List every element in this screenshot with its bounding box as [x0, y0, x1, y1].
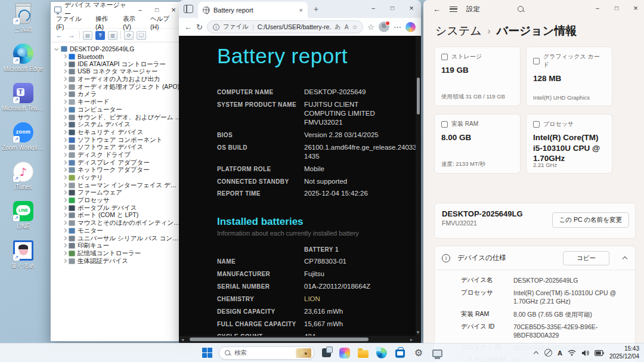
favorites-hub-icon[interactable]: ☆ — [367, 23, 374, 32]
chevron-right-icon[interactable] — [62, 54, 67, 59]
address-bar[interactable]: i ファイル | C:/Users/USER/battery-re... あ A… — [207, 20, 363, 33]
maximize-button[interactable] — [383, 0, 402, 16]
forward-icon[interactable]: → — [67, 31, 76, 40]
chevron-right-icon[interactable] — [62, 138, 67, 143]
maximize-button[interactable] — [607, 0, 626, 16]
back-icon[interactable]: ← — [54, 31, 64, 40]
scan-hardware-icon[interactable]: ⟳ — [124, 31, 134, 40]
new-tab-button[interactable]: + — [314, 4, 318, 14]
computer-scan-icon[interactable]: 🖵 — [137, 31, 146, 40]
chevron-right-icon[interactable] — [62, 160, 67, 165]
task-view-button[interactable] — [320, 346, 333, 360]
menu-item[interactable]: 表示(V) — [123, 15, 143, 30]
help-icon[interactable]: ? — [95, 31, 105, 40]
chevron-right-icon[interactable] — [62, 122, 67, 127]
device-spec-header[interactable]: i デバイスの仕様 コピー — [435, 246, 635, 270]
breadcrumb-parent[interactable]: システム — [435, 23, 482, 39]
tree-item[interactable]: 記憶域コントローラー — [53, 250, 182, 258]
tree-root[interactable]: DESKTOP-2025649LG — [53, 45, 182, 53]
tree-item[interactable]: ディスク ドライブ — [53, 151, 182, 159]
rename-pc-button[interactable]: この PC の名前を変更 — [552, 212, 629, 228]
edge-icon[interactable] — [375, 346, 388, 360]
chevron-right-icon[interactable] — [62, 198, 67, 203]
more-menu-icon[interactable]: ⋯ — [394, 23, 401, 32]
chevron-right-icon[interactable] — [62, 175, 67, 180]
chevron-right-icon[interactable] — [62, 259, 67, 264]
read-aloud-icon[interactable]: A — [345, 24, 349, 30]
chevron-right-icon[interactable] — [62, 236, 67, 241]
tree-item[interactable]: ポータブル デバイス — [53, 204, 182, 212]
device-manager-taskbar-icon[interactable] — [431, 346, 444, 360]
list-view-icon[interactable]: ▤ — [83, 31, 92, 40]
desktop-icon[interactable]: ↗ LINE — [1, 200, 45, 240]
properties-icon[interactable]: ▥ — [108, 31, 117, 40]
tree-item[interactable]: カメラ — [53, 91, 182, 98]
chevron-right-icon[interactable] — [62, 206, 67, 211]
vertical-scrollbar-thumb[interactable] — [417, 78, 420, 115]
tree-item[interactable]: ソフトウェア コンポーネント — [53, 136, 182, 144]
translate-icon[interactable]: あ — [335, 23, 340, 31]
scroll-left-arrow[interactable]: ◂ — [181, 337, 184, 342]
search-icon[interactable] — [518, 6, 524, 13]
tree-item[interactable]: サウンド、ビデオ、およびゲーム コントローラー — [53, 113, 182, 121]
tree-item[interactable]: バッテリ — [53, 174, 182, 182]
taskbar-search[interactable]: 検索 — [219, 346, 314, 360]
chevron-right-icon[interactable] — [62, 130, 67, 135]
back-icon[interactable]: ← — [433, 5, 441, 14]
copilot-icon[interactable] — [405, 22, 416, 32]
tree-item[interactable]: システム デバイス — [53, 121, 182, 129]
tree-item[interactable]: モニター — [53, 227, 182, 235]
desktop-icon[interactable]: ↗ iTunes — [1, 161, 45, 200]
tree-item[interactable]: ヒューマン インターフェイス デバイス — [53, 181, 182, 189]
chevron-right-icon[interactable] — [62, 228, 67, 233]
tree-item[interactable]: IDE ATA/ATAPI コントローラー — [53, 60, 182, 68]
back-icon[interactable]: ← — [184, 23, 192, 32]
horizontal-scrollbar-thumb[interactable] — [190, 338, 369, 341]
tree-item[interactable]: ディスプレイ アダプター — [53, 159, 182, 166]
tree-item[interactable]: マウスとそのほかのポインティング デバイス — [53, 219, 182, 227]
chevron-right-icon[interactable] — [62, 221, 67, 225]
desktop-icon[interactable]: ↗ 筆ぐるめ — [1, 240, 45, 279]
desktop-icon[interactable]: ↗ ごみ箱 — [1, 4, 45, 43]
tree-item[interactable]: 印刷キュー — [53, 242, 182, 250]
tree-item[interactable]: USB コネクタ マネージャー — [53, 68, 182, 76]
vertical-scrollbar[interactable] — [416, 36, 421, 336]
tab-close-icon[interactable]: × — [299, 7, 303, 14]
desktop-icon[interactable]: ↗ Microsoft Edge — [1, 43, 45, 82]
browser-tab[interactable]: Battery report × — [198, 2, 308, 18]
tree-item[interactable]: キーボード — [53, 98, 182, 106]
chevron-right-icon[interactable] — [62, 107, 67, 112]
tree-item[interactable]: プロセッサ — [53, 197, 182, 205]
chevron-down-icon[interactable] — [54, 47, 59, 51]
menu-item[interactable]: 操作(A) — [95, 15, 115, 30]
status-disabled-icon[interactable] — [544, 349, 552, 357]
tray-clock[interactable]: 15:43 2025/12/04 — [609, 345, 639, 360]
minimize-button[interactable] — [364, 0, 383, 16]
chevron-right-icon[interactable] — [62, 190, 67, 195]
chevron-right-icon[interactable] — [62, 251, 67, 256]
search-highlight-image[interactable] — [296, 348, 311, 358]
tray-expand-icon[interactable] — [534, 350, 539, 355]
wifi-icon[interactable] — [568, 349, 576, 356]
microsoft-store-icon[interactable] — [394, 346, 407, 360]
chevron-up-icon[interactable] — [623, 255, 628, 261]
battery-icon[interactable] — [595, 350, 604, 356]
chevron-right-icon[interactable] — [62, 77, 67, 82]
hamburger-menu-icon[interactable] — [450, 7, 457, 12]
tree-item[interactable]: セキュリティ デバイス — [53, 129, 182, 137]
favorite-star-icon[interactable]: ☆ — [352, 24, 357, 30]
chevron-right-icon[interactable] — [62, 62, 67, 67]
close-button[interactable] — [626, 0, 644, 16]
tab-actions-icon[interactable] — [184, 5, 193, 13]
scroll-right-arrow[interactable]: ▸ — [410, 337, 413, 342]
chevron-right-icon[interactable] — [62, 183, 67, 188]
chevron-right-icon[interactable] — [62, 92, 67, 97]
tree-item[interactable]: コンピューター — [53, 106, 182, 114]
settings-titlebar[interactable]: ← 設定 — [423, 0, 644, 18]
tree-item[interactable]: ファームウェア — [53, 189, 182, 197]
volume-icon[interactable] — [581, 349, 589, 357]
chevron-right-icon[interactable] — [62, 213, 67, 218]
chevron-right-icon[interactable] — [62, 243, 67, 248]
menu-item[interactable]: ファイル(F) — [56, 15, 88, 30]
tree-item[interactable]: Bluetooth — [53, 53, 182, 61]
